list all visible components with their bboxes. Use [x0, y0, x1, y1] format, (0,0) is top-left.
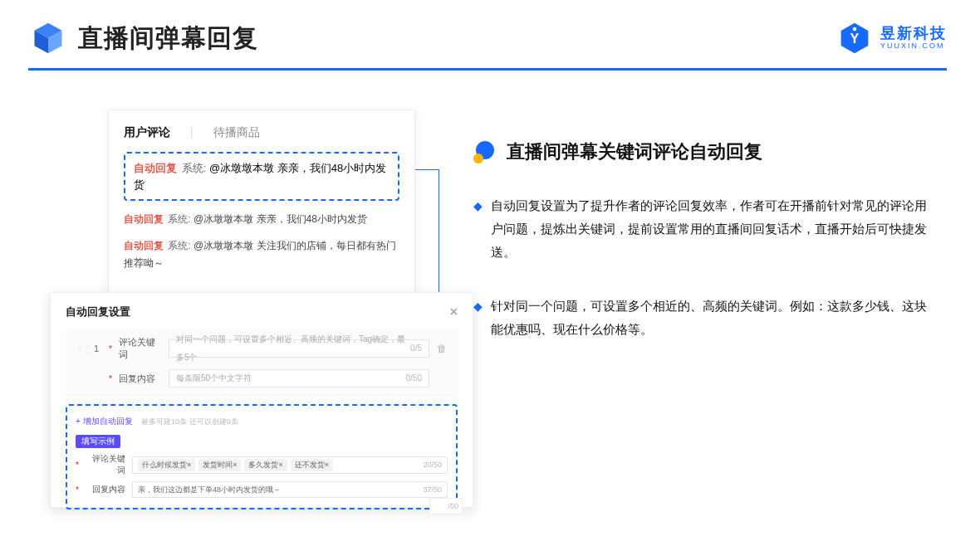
add-auto-reply-link[interactable]: + 增加自动回复 [76, 417, 133, 426]
comment-item: 自动回复 系统: @冰墩墩本墩 亲亲，我们48小时内发货 [124, 211, 399, 227]
example-badge: 填写示例 [76, 435, 120, 448]
keyword-chip[interactable]: 发货时间× [198, 459, 241, 471]
auto-reply-settings-modal: 自动回复设置 × ⋮⋮ 1 * 评论关键词 对同一个问题，可设置多个相近、高频的… [50, 292, 473, 508]
content-input[interactable]: 每条限50个中文字符 0/50 [169, 369, 429, 388]
comment-text: @冰墩墩本墩 关注我们的店铺，每日都有热门推荐呦～ [124, 240, 396, 268]
tab-pending-goods[interactable]: 待播商品 [213, 125, 260, 140]
keyword-chip[interactable]: 多久发货× [244, 459, 287, 471]
diamond-bullet-icon: ◆ [473, 195, 483, 263]
keyword-placeholder: 对同一个问题，可设置多个相近、高频的关键词，Tag确定，最多5个 [176, 330, 410, 367]
example-content-input[interactable]: 亲，我们这边都是下单48小时内发货的哦～ 37/50 [132, 481, 448, 498]
required-star-icon: * [109, 374, 112, 383]
close-icon[interactable]: × [450, 305, 458, 319]
highlighted-comment: 自动回复 系统: @冰墩墩本墩 亲亲，我们48小时内发货 [124, 152, 399, 201]
delete-icon[interactable]: 🗑 [436, 343, 448, 354]
sys-label: 系统: [182, 162, 207, 174]
rule-index: 1 [91, 344, 102, 354]
example-keyword-count: 20/50 [423, 461, 442, 469]
tab-separator: | [190, 125, 194, 140]
header-divider [28, 68, 947, 71]
svg-point-5 [853, 27, 857, 32]
add-hint: 最多可建10条 还可以创建9条 [141, 417, 238, 426]
example-content-count: 37/50 [423, 485, 442, 494]
settings-title: 自动回复设置 [66, 305, 130, 319]
ghost-count: /50 [429, 498, 463, 514]
section-title: 直播间弹幕关键词评论自动回复 [507, 139, 762, 164]
auto-reply-tag: 自动回复 [134, 162, 177, 174]
page-title: 直播间弹幕回复 [78, 22, 258, 56]
brand-logo-icon: Y [837, 21, 872, 56]
keyword-chip[interactable]: 还不发货× [291, 459, 333, 471]
content-label: 回复内容 [119, 373, 162, 385]
cube-icon [28, 18, 68, 58]
paragraph-2: 针对同一个问题，可设置多个相近的、高频的关键词。例如：这款多少钱、这块能优惠吗、… [491, 295, 938, 341]
keyword-label: 评论关键词 [119, 336, 162, 361]
example-keyword-label: 评论关键词 [86, 453, 125, 476]
required-star-icon: * [76, 485, 79, 495]
svg-text:Y: Y [850, 31, 860, 46]
comment-text: @冰墩墩本墩 亲亲，我们48小时内发货 [194, 213, 367, 225]
brand-name-en: YUUXIN.COM [880, 42, 947, 51]
brand-name-cn: 昱新科技 [880, 26, 947, 42]
content-count: 0/50 [406, 369, 422, 388]
keyword-chip[interactable]: 什么时候发货× [138, 459, 195, 471]
keyword-input[interactable]: 对同一个问题，可设置多个相近、高频的关键词，Tag确定，最多5个 0/5 [169, 339, 429, 358]
keyword-count: 0/5 [410, 339, 422, 358]
sys-label: 系统: [168, 240, 190, 251]
section-bullet-icon [473, 140, 497, 163]
example-section: + 增加自动回复 最多可建10条 还可以创建9条 填写示例 * 评论关键词 什么… [66, 404, 458, 510]
diamond-bullet-icon: ◆ [473, 295, 483, 341]
auto-reply-tag: 自动回复 [124, 240, 164, 251]
example-content-label: 回复内容 [86, 484, 125, 495]
comments-panel: 用户评论 | 待播商品 自动回复 系统: @冰墩墩本墩 亲亲，我们48小时内发货… [108, 110, 415, 309]
paragraph-1: 自动回复设置为了提升作者的评论回复效率，作者可在开播前针对常见的评论用户问题，提… [491, 194, 938, 263]
drag-handle-icon[interactable]: ⋮⋮ [76, 344, 84, 354]
auto-reply-tag: 自动回复 [124, 213, 164, 225]
required-star-icon: * [109, 344, 112, 354]
comment-item: 自动回复 系统: @冰墩墩本墩 关注我们的店铺，每日都有热门推荐呦～ [124, 237, 399, 271]
content-placeholder: 每条限50个中文字符 [176, 369, 252, 388]
example-keyword-chipbox[interactable]: 什么时候发货× 发货时间× 多久发货× 还不发货× 20/50 [132, 456, 448, 474]
sys-label: 系统: [168, 213, 190, 225]
tab-user-comments[interactable]: 用户评论 [124, 125, 170, 140]
required-star-icon: * [76, 461, 79, 470]
brand: Y 昱新科技 YUUXIN.COM [837, 21, 947, 56]
example-content-text: 亲，我们这边都是下单48小时内发货的哦～ [138, 485, 281, 495]
